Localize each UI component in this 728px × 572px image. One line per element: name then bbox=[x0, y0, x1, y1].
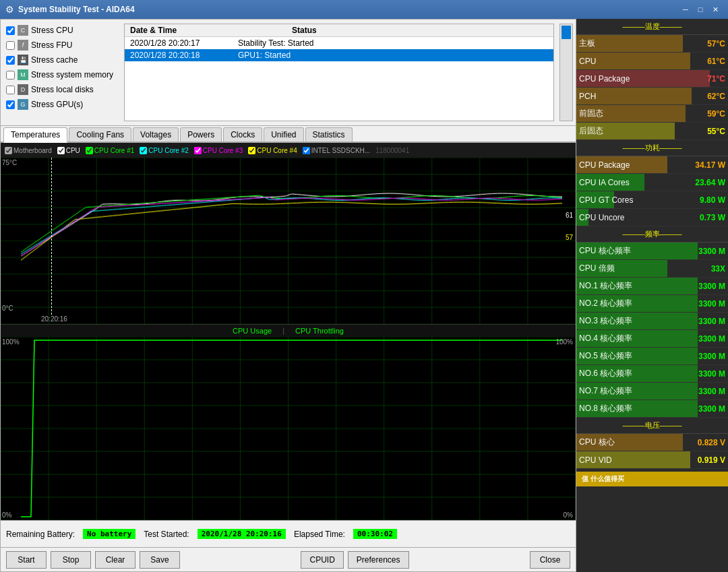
stress-cpu-label: Stress CPU bbox=[31, 26, 73, 35]
stress-fpu-label: Stress FPU bbox=[31, 40, 72, 50]
legend-cpu-core4: CPU Core #4 bbox=[248, 147, 297, 154]
stress-fpu-checkbox[interactable]: f Stress FPU bbox=[6, 38, 113, 52]
elapsed-label: Elapsed Time: bbox=[294, 530, 345, 539]
legend-cpu-core2: CPU Core #2 bbox=[140, 147, 188, 154]
elapsed-value: 00:30:02 bbox=[353, 529, 397, 539]
stress-gpu-label: Stress GPU(s) bbox=[31, 100, 83, 109]
cpuid-button[interactable]: CPUID bbox=[301, 551, 343, 569]
close-button[interactable]: ✕ bbox=[708, 2, 723, 17]
battery-label: Remaining Battery: bbox=[6, 530, 75, 539]
title-bar: ⚙ System Stability Test - AIDA64 ─ □ ✕ bbox=[0, 0, 728, 19]
stress-memory-label: Stress system memory bbox=[31, 70, 113, 80]
temp-y-max: 75°C bbox=[2, 159, 17, 166]
usage-chart-title2: CPU Throttling bbox=[295, 327, 344, 335]
test-started-label: Test Started: bbox=[144, 530, 189, 539]
status-bar: Remaining Battery: No battery Test Start… bbox=[1, 520, 576, 547]
temp-section-title: ———温度——— bbox=[576, 19, 728, 35]
watermark: 值 什么值得买 bbox=[576, 472, 728, 486]
log-status-2: GPU1: Started bbox=[238, 51, 548, 60]
minimize-button[interactable]: ─ bbox=[678, 2, 693, 17]
stop-button[interactable]: Stop bbox=[51, 551, 91, 569]
legend-118000041: 118000041 bbox=[375, 147, 409, 154]
log-scrollbar-thumb[interactable] bbox=[562, 26, 571, 39]
preferences-button[interactable]: Preferences bbox=[348, 551, 409, 569]
window-title: System Stability Test - AIDA64 bbox=[18, 5, 678, 14]
temp-y-min: 0°C bbox=[2, 305, 13, 312]
maximize-button[interactable]: □ bbox=[693, 2, 708, 17]
start-button[interactable]: Start bbox=[6, 551, 47, 569]
tab-bar: Temperatures Cooling Fans Voltages Power… bbox=[1, 126, 576, 143]
app-icon: ⚙ bbox=[5, 4, 14, 15]
log-datetime-1: 2020/1/28 20:20:17 bbox=[130, 38, 238, 48]
legend-intel-ssd: INTEL SSDSCKH... bbox=[303, 147, 370, 154]
temp-x-label: 20:20:16 bbox=[41, 315, 67, 323]
tab-temperatures[interactable]: Temperatures bbox=[3, 127, 67, 143]
button-bar: Start Stop Clear Save CPUID Preferences … bbox=[1, 547, 576, 571]
tab-statistics[interactable]: Statistics bbox=[305, 127, 353, 141]
tab-clocks[interactable]: Clocks bbox=[223, 127, 262, 141]
stress-cache-label: Stress cache bbox=[31, 55, 78, 65]
stress-disks-label: Stress local disks bbox=[31, 85, 94, 94]
test-started-value: 2020/1/28 20:20:16 bbox=[198, 529, 286, 539]
legend-motherboard: Motherboard bbox=[5, 147, 52, 154]
stress-disks-checkbox[interactable]: D Stress local disks bbox=[6, 83, 113, 96]
close-button-bar[interactable]: Close bbox=[530, 551, 570, 569]
log-row-2[interactable]: 2020/1/28 20:20:18 GPU1: Started bbox=[125, 49, 553, 61]
legend-cpu: CPU bbox=[57, 147, 80, 154]
usage-chart-title1: CPU Usage bbox=[233, 327, 272, 335]
battery-value: No battery bbox=[83, 529, 135, 539]
stress-cpu-checkbox[interactable]: C Stress CPU bbox=[6, 24, 113, 37]
usage-y-max-right: 100% bbox=[555, 338, 573, 346]
save-button[interactable]: Save bbox=[140, 551, 180, 569]
legend-cpu-core1: CPU Core #1 bbox=[86, 147, 134, 154]
log-status-1: Stability Test: Started bbox=[238, 38, 548, 48]
legend-cpu-core3: CPU Core #3 bbox=[194, 147, 243, 154]
log-header-datetime: Date & Time bbox=[130, 26, 238, 35]
log-datetime-2: 2020/1/28 20:20:18 bbox=[130, 51, 238, 60]
log-header-status: Status bbox=[292, 26, 548, 35]
tab-cooling-fans[interactable]: Cooling Fans bbox=[69, 127, 131, 141]
stress-gpu-checkbox[interactable]: G Stress GPU(s) bbox=[6, 98, 113, 111]
freq-section-title: ———频率——— bbox=[576, 226, 728, 243]
tab-voltages[interactable]: Voltages bbox=[133, 127, 179, 141]
temp-val-61: 61 bbox=[566, 212, 573, 219]
usage-y-min-right: 0% bbox=[564, 511, 573, 519]
clear-button[interactable]: Clear bbox=[95, 551, 135, 569]
voltage-section-title: ———电压——— bbox=[576, 418, 728, 434]
usage-y-min-left: 0% bbox=[2, 511, 11, 519]
stress-memory-checkbox[interactable]: M Stress system memory bbox=[6, 68, 113, 82]
power-section-title: ———功耗——— bbox=[576, 140, 728, 156]
stress-cache-checkbox[interactable]: 💾 Stress cache bbox=[6, 53, 113, 67]
log-row-1[interactable]: 2020/1/28 20:20:17 Stability Test: Start… bbox=[125, 37, 553, 49]
tab-unified[interactable]: Unified bbox=[264, 127, 303, 141]
usage-y-max-left: 100% bbox=[2, 338, 20, 346]
right-panel: ———温度——— 主板57°CCPU61°CCPU Package71°CPCH… bbox=[576, 19, 728, 572]
temp-val-57: 57 bbox=[566, 234, 573, 241]
tab-powers[interactable]: Powers bbox=[180, 127, 222, 141]
